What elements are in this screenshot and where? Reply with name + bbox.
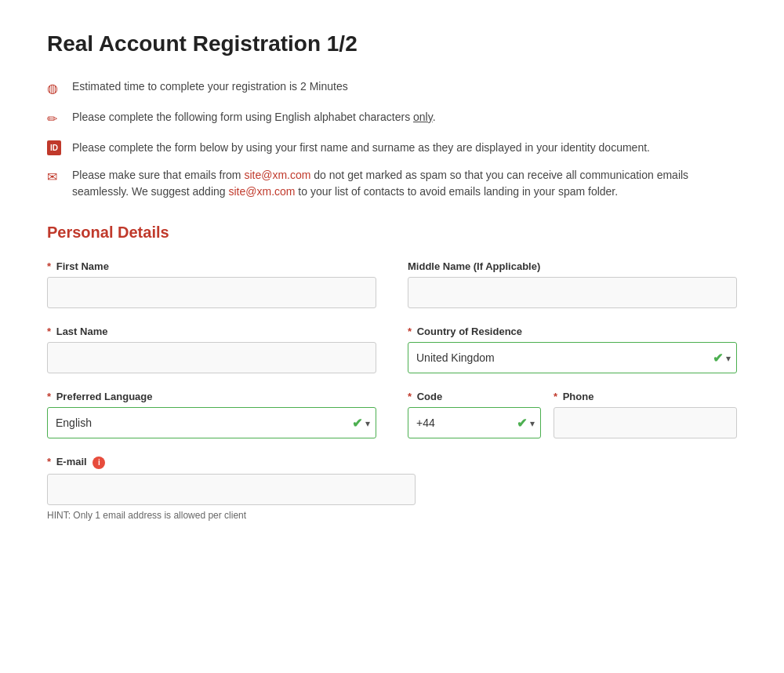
first-name-group: * First Name bbox=[47, 260, 376, 308]
email-group: * E-mail i HINT: Only 1 email address is… bbox=[47, 456, 416, 521]
section-title: Personal Details bbox=[47, 224, 737, 242]
phone-input[interactable] bbox=[554, 407, 737, 438]
code-col: * Code +44 +1 +49 ✔ ▾ bbox=[408, 391, 541, 438]
language-group: * Preferred Language English French Germ… bbox=[47, 391, 376, 438]
email-input[interactable] bbox=[47, 474, 416, 505]
code-select[interactable]: +44 +1 +49 bbox=[408, 407, 541, 438]
email-link-2[interactable]: site@xm.com bbox=[228, 185, 295, 198]
country-group: * Country of Residence United Kingdom Un… bbox=[408, 326, 737, 373]
email-label: * E-mail i bbox=[47, 456, 416, 469]
required-star-code: * bbox=[408, 391, 412, 402]
info-item-language: ✏ Please complete the following form usi… bbox=[47, 109, 737, 129]
country-select-wrapper: United Kingdom United States Germany Fra… bbox=[408, 342, 737, 373]
info-text-only: only bbox=[413, 111, 433, 123]
info-list: ◍ Estimated time to complete your regist… bbox=[47, 78, 737, 200]
clock-icon: ◍ bbox=[47, 78, 64, 98]
code-select-wrapper: +44 +1 +49 ✔ ▾ bbox=[408, 407, 541, 438]
info-text-language: Please complete the following form using… bbox=[72, 109, 737, 126]
language-select-wrapper: English French German ✔ ▾ bbox=[47, 407, 376, 438]
middle-name-label: Middle Name (If Applicable) bbox=[408, 260, 737, 272]
required-star-lang: * bbox=[47, 391, 51, 402]
middle-name-input[interactable] bbox=[408, 277, 737, 308]
info-text-after: . bbox=[433, 111, 436, 123]
info-item-time: ◍ Estimated time to complete your regist… bbox=[47, 78, 737, 98]
code-label: * Code bbox=[408, 391, 541, 402]
email-hint: HINT: Only 1 email address is allowed pe… bbox=[47, 510, 416, 521]
email-link-1[interactable]: site@xm.com bbox=[244, 169, 310, 181]
form-grid: * First Name Middle Name (If Applicable)… bbox=[47, 260, 737, 456]
code-phone-row: * Code +44 +1 +49 ✔ ▾ * bbox=[408, 391, 737, 438]
info-text-time: Estimated time to complete your registra… bbox=[72, 78, 737, 95]
info-text-before: Please complete the following form using… bbox=[72, 111, 413, 123]
required-star: * bbox=[47, 260, 51, 272]
last-name-group: * Last Name bbox=[47, 326, 376, 373]
required-star-last: * bbox=[47, 326, 51, 337]
required-star-phone: * bbox=[554, 391, 557, 402]
info-item-identity: ID Please complete the form below by usi… bbox=[47, 140, 737, 156]
phone-col: * Phone bbox=[554, 391, 737, 438]
first-name-input[interactable] bbox=[47, 277, 376, 308]
page-title: Real Account Registration 1/2 bbox=[47, 31, 737, 56]
pencil-icon: ✏ bbox=[47, 109, 64, 129]
country-label: * Country of Residence bbox=[408, 326, 737, 337]
email-section: * E-mail i HINT: Only 1 email address is… bbox=[47, 456, 416, 521]
first-name-label: * First Name bbox=[47, 260, 376, 272]
info-item-email: ✉ Please make sure that emails from site… bbox=[47, 167, 737, 200]
language-select[interactable]: English French German bbox=[47, 407, 376, 438]
email-info-icon: i bbox=[93, 457, 105, 469]
last-name-input[interactable] bbox=[47, 342, 376, 373]
code-phone-group: * Code +44 +1 +49 ✔ ▾ * bbox=[408, 391, 737, 438]
last-name-label: * Last Name bbox=[47, 326, 376, 337]
language-label: * Preferred Language bbox=[47, 391, 376, 402]
required-star-email: * bbox=[47, 456, 51, 467]
required-star-country: * bbox=[408, 326, 412, 337]
info-text-identity: Please complete the form below by using … bbox=[72, 140, 737, 156]
envelope-icon: ✉ bbox=[47, 167, 64, 187]
info-text-email: Please make sure that emails from site@x… bbox=[72, 167, 737, 200]
phone-label: * Phone bbox=[554, 391, 737, 402]
country-select[interactable]: United Kingdom United States Germany Fra… bbox=[408, 342, 737, 373]
id-icon: ID bbox=[47, 140, 64, 155]
middle-name-group: Middle Name (If Applicable) bbox=[408, 260, 737, 308]
